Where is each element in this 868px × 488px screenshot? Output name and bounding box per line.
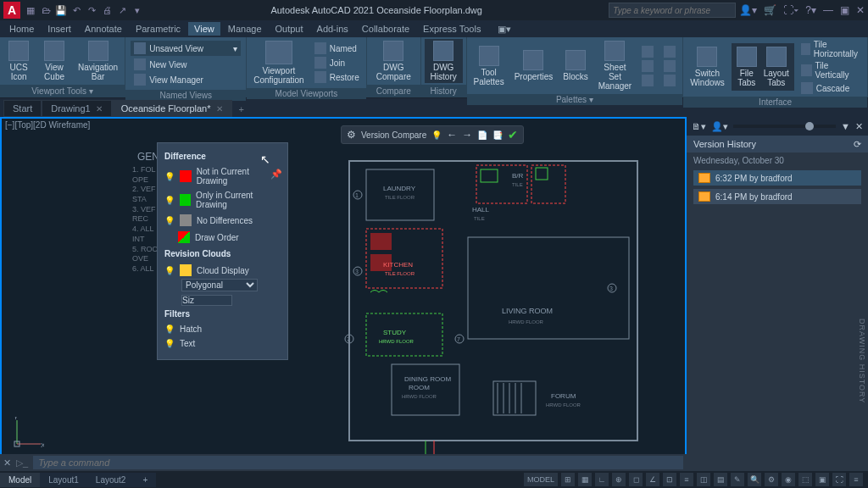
menu-view[interactable]: View — [188, 22, 220, 36]
blocks-button[interactable]: Blocks — [559, 48, 591, 83]
layout1-tab[interactable]: Layout1 — [40, 473, 87, 487]
status-trans-icon[interactable]: ◫ — [697, 473, 710, 486]
signin-icon[interactable]: 👤▾ — [739, 4, 757, 16]
diff-only-current[interactable]: 💡Only in Current Drawing — [164, 188, 281, 212]
vh-item-0[interactable]: 6:32 PM by bradford — [693, 170, 861, 186]
bulb-icon[interactable]: 💡 — [431, 130, 442, 140]
apps-icon[interactable]: ⛶▾ — [783, 4, 798, 16]
menu-output[interactable]: Output — [270, 22, 309, 36]
menu-annotate[interactable]: Annotate — [79, 22, 128, 36]
properties-button[interactable]: Properties — [511, 48, 557, 83]
dwg-compare-button[interactable]: DWG Compare — [370, 39, 417, 83]
model-tab[interactable]: Model — [0, 473, 40, 487]
status-sc-icon[interactable]: ✎ — [731, 473, 744, 486]
status-model-label[interactable]: MODEL — [524, 473, 558, 486]
status-lwt-icon[interactable]: ≡ — [680, 473, 693, 486]
file-tab-start[interactable]: Start — [3, 100, 42, 117]
group-palettes[interactable]: Palettes ▾ — [467, 94, 683, 105]
palette-6-button[interactable] — [660, 74, 679, 87]
switch-windows-button[interactable]: Switch Windows — [687, 45, 728, 89]
palette-4-button[interactable] — [660, 45, 679, 58]
vc-import-icon[interactable]: 📄 — [477, 130, 487, 140]
status-custom-icon[interactable]: ≡ — [849, 473, 863, 486]
status-grid-icon[interactable]: ⊞ — [561, 473, 575, 486]
tile-v-button[interactable]: Tile Vertically — [798, 60, 864, 80]
palette-1-button[interactable] — [638, 45, 657, 58]
status-osnap-icon[interactable]: ◻ — [629, 473, 643, 486]
app-logo[interactable]: A — [3, 2, 20, 19]
qat-new-icon[interactable]: ▦ — [24, 3, 37, 17]
status-dyn-icon[interactable]: ⊡ — [663, 473, 676, 486]
cloud-shape-select[interactable]: Polygonal — [181, 279, 258, 291]
tile-h-button[interactable]: Tile Horizontally — [798, 39, 864, 59]
vh-item-1[interactable]: 6:14 PM by bradford — [693, 189, 861, 204]
menu-insert[interactable]: Insert — [42, 22, 77, 36]
bulb-icon[interactable]: 💡 — [164, 324, 175, 334]
filter-hatch[interactable]: 💡Hatch — [164, 322, 281, 336]
bulb-icon[interactable]: 💡 — [164, 339, 175, 348]
view-manager-button[interactable]: View Manager — [131, 73, 207, 86]
prev-arrow-icon[interactable]: ← — [447, 129, 457, 141]
cmd-close-icon[interactable]: ✕ — [3, 458, 11, 469]
viewport-label[interactable]: [−][Top][2D Wireframe] — [5, 120, 90, 130]
status-anno-icon[interactable]: 🔍 — [748, 473, 761, 486]
vc-export-icon[interactable]: 📑 — [492, 130, 503, 140]
status-snap-icon[interactable]: ▦ — [578, 473, 592, 486]
cascade-button[interactable]: Cascade — [798, 81, 864, 95]
bulb-icon[interactable]: 💡 — [164, 196, 175, 205]
vp-join-button[interactable]: Join — [311, 56, 363, 69]
menu-collapse-icon[interactable]: ▣▾ — [492, 22, 517, 36]
vh-close-icon[interactable]: ✕ — [855, 121, 863, 132]
palette-2-button[interactable] — [638, 59, 657, 73]
drawing-canvas[interactable]: [−][Top][2D Wireframe] ⚙ Version Compare… — [0, 117, 687, 471]
file-tabs-button[interactable]: File Tabs — [733, 45, 760, 89]
close-icon[interactable]: ✕ — [856, 4, 865, 16]
status-qp-icon[interactable]: ▤ — [714, 473, 727, 486]
command-input[interactable] — [33, 456, 683, 469]
ucs-icon[interactable]: YX — [10, 417, 44, 452]
qat-save-icon[interactable]: 💾 — [54, 3, 68, 17]
ucs-icon-button[interactable]: UCS Icon — [3, 39, 34, 83]
next-arrow-icon[interactable]: → — [462, 129, 472, 141]
file-tab-drawing1[interactable]: Drawing1✕ — [42, 100, 111, 117]
qat-print-icon[interactable]: 🖨 — [100, 3, 114, 17]
filter-text[interactable]: 💡Text — [164, 336, 281, 351]
status-clean-icon[interactable]: ⛶ — [832, 473, 846, 486]
diff-not-current[interactable]: 💡Not in Current Drawing — [164, 164, 281, 188]
cloud-display[interactable]: 💡Cloud Display — [164, 262, 281, 279]
vh-slider[interactable] — [733, 125, 836, 128]
layout-tabs-button[interactable]: Layout Tabs — [760, 45, 793, 89]
diff-draw-order[interactable]: Draw Order — [164, 229, 281, 246]
vh-drawing-icon[interactable]: 🗎▾ — [692, 121, 706, 132]
sheetset-button[interactable]: Sheet Set Manager — [595, 39, 635, 92]
vh-user-icon[interactable]: 👤▾ — [711, 121, 728, 132]
status-ws-icon[interactable]: ⚙ — [765, 473, 778, 486]
help-icon[interactable]: ?▾ — [805, 4, 816, 16]
minimize-icon[interactable]: — — [823, 4, 833, 16]
cart-icon[interactable]: 🛒 — [764, 4, 776, 16]
vp-named-button[interactable]: Named — [311, 42, 363, 55]
status-mon-icon[interactable]: ◉ — [782, 473, 795, 486]
bulb-icon[interactable]: 💡 — [164, 266, 175, 275]
close-tab-icon[interactable]: ✕ — [96, 104, 103, 114]
pin-icon[interactable]: 📌 — [270, 169, 282, 180]
group-viewport-tools[interactable]: Viewport Tools ▾ — [0, 85, 125, 97]
palette-3-button[interactable] — [638, 74, 657, 87]
status-track-icon[interactable]: ∠ — [646, 473, 659, 486]
menu-parametric[interactable]: Parametric — [130, 22, 186, 36]
vp-restore-button[interactable]: Restore — [311, 70, 363, 84]
menu-collaborate[interactable]: Collaborate — [356, 22, 415, 36]
qat-redo-icon[interactable]: ↷ — [85, 3, 98, 17]
new-view-button[interactable]: New View — [131, 58, 190, 71]
status-polar-icon[interactable]: ⊕ — [612, 473, 626, 486]
menu-home[interactable]: Home — [3, 22, 40, 36]
file-tab-oceanside[interactable]: Oceanside Floorplan*✕ — [112, 100, 232, 117]
bulb-icon[interactable]: 💡 — [164, 216, 175, 225]
palette-5-button[interactable] — [660, 59, 679, 73]
add-tab-icon[interactable]: + — [232, 102, 251, 117]
vh-filter-icon[interactable]: ▼ — [841, 121, 850, 131]
menu-addins[interactable]: Add-ins — [311, 22, 354, 36]
check-icon[interactable]: ✔ — [508, 128, 518, 141]
gear-icon[interactable]: ⚙ — [347, 129, 356, 141]
dwg-history-button[interactable]: DWG History — [425, 39, 463, 83]
